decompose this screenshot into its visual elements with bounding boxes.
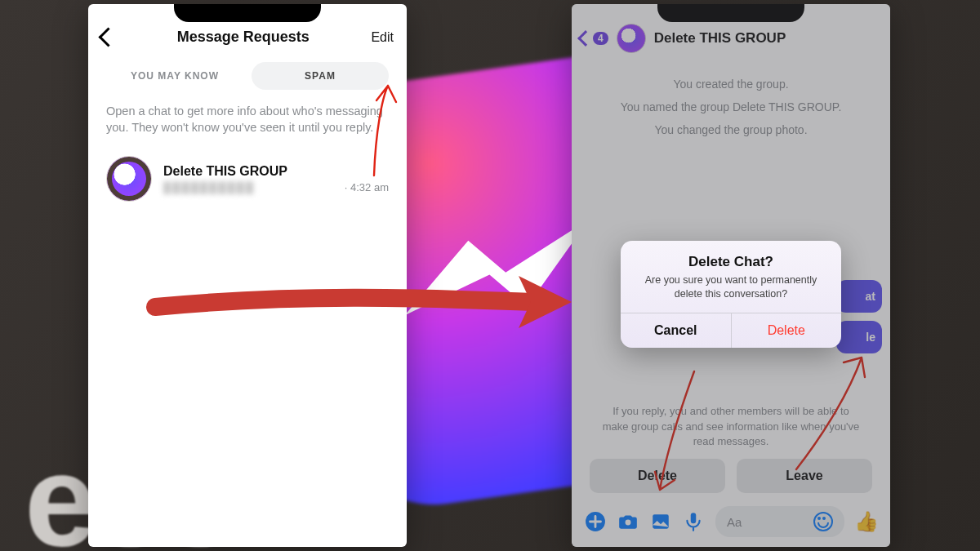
dialog-message: Are you sure you want to permanently del… [635, 273, 826, 301]
tutorial-composite: ess Message Requests Edit YOU MAY KNOW S… [0, 0, 980, 551]
chevron-left-icon [98, 27, 118, 47]
screenshot-message-requests: Message Requests Edit YOU MAY KNOW SPAM … [88, 4, 407, 547]
conversation-row[interactable]: Delete THIS GROUP ██████████ · 4:32 am [88, 148, 407, 210]
back-button[interactable] [101, 30, 115, 44]
dialog-delete-button[interactable]: Delete [732, 313, 842, 348]
page-title: Message Requests [177, 29, 310, 46]
request-tabs: YOU MAY KNOW SPAM [88, 52, 407, 96]
dialog-cancel-button[interactable]: Cancel [621, 313, 732, 348]
conversation-time: · 4:32 am [345, 181, 389, 193]
phone-notch [174, 4, 321, 22]
screenshot-delete-chat: 4 Delete THIS GROUP You created the grou… [572, 4, 890, 547]
edit-button[interactable]: Edit [371, 30, 394, 45]
conversation-preview: ██████████ [163, 181, 255, 193]
tab-spam[interactable]: SPAM [252, 62, 389, 90]
conversation-title: Delete THIS GROUP [163, 164, 389, 179]
dialog-title: Delete Chat? [635, 254, 826, 270]
tab-you-may-know[interactable]: YOU MAY KNOW [106, 62, 243, 90]
delete-chat-dialog: Delete Chat? Are you sure you want to pe… [621, 241, 841, 348]
spam-hint-text: Open a chat to get more info about who's… [88, 96, 407, 148]
group-avatar [106, 156, 152, 202]
